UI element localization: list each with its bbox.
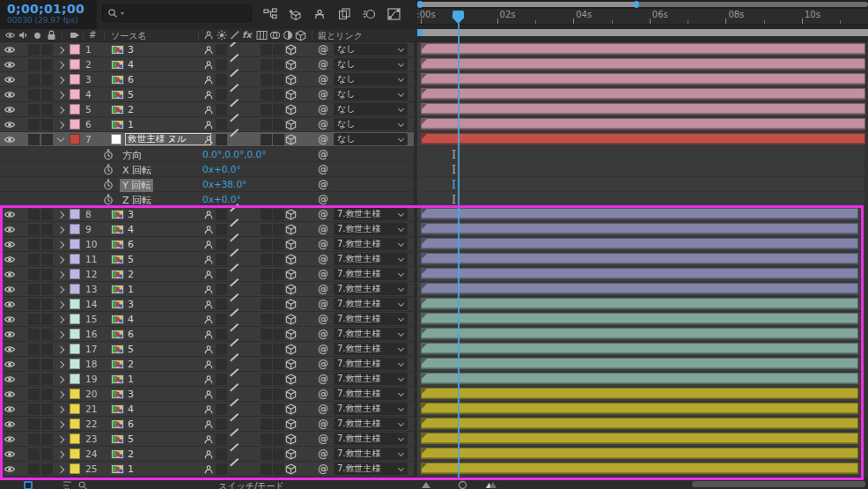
- parent-dropdown[interactable]: なし: [334, 73, 408, 85]
- audio-toggle[interactable]: [28, 433, 40, 445]
- motion-blur-toggle[interactable]: [273, 299, 284, 310]
- layer-row[interactable]: 4 5: [0, 87, 868, 102]
- frame-blend-toggle[interactable]: [261, 284, 272, 295]
- frame-blend-toggle[interactable]: [261, 448, 272, 460]
- expand-arrow-icon[interactable]: [56, 241, 65, 249]
- visibility-eye-icon[interactable]: [4, 210, 16, 219]
- parent-dropdown[interactable]: なし: [334, 43, 408, 56]
- parent-dropdown[interactable]: 7.救世主様: [334, 358, 408, 370]
- audio-toggle[interactable]: [28, 224, 40, 235]
- frame-blend-toggle[interactable]: [261, 433, 272, 445]
- timeline-layer-bar[interactable]: [421, 388, 858, 399]
- layer-name[interactable]: 6: [128, 74, 134, 85]
- expand-transfer-controls-icon[interactable]: [77, 480, 89, 489]
- shy-icon[interactable]: [202, 314, 214, 325]
- frame-blend-toggle[interactable]: [261, 404, 272, 415]
- 3d-layer-icon[interactable]: [285, 404, 297, 415]
- timeline-layer-bar[interactable]: [421, 268, 858, 279]
- visibility-eye-icon[interactable]: [4, 315, 16, 324]
- visibility-eye-icon[interactable]: [4, 389, 16, 399]
- audio-toggle[interactable]: [28, 389, 40, 400]
- label-color-chip[interactable]: [70, 374, 80, 384]
- visibility-eye-icon[interactable]: [4, 345, 16, 354]
- solo-toggle[interactable]: [41, 463, 53, 475]
- audio-toggle[interactable]: [28, 59, 40, 70]
- keyframe-marker[interactable]: I: [452, 163, 456, 176]
- parent-dropdown[interactable]: なし: [334, 133, 408, 145]
- parent-pickwhip-icon[interactable]: @: [318, 268, 328, 280]
- solo-toggle[interactable]: [41, 224, 53, 235]
- motion-blur-toggle[interactable]: [273, 448, 284, 460]
- solo-toggle[interactable]: [41, 419, 53, 430]
- label-color-chip[interactable]: [70, 224, 80, 234]
- solo-toggle[interactable]: [41, 134, 53, 145]
- parent-pickwhip-icon[interactable]: @: [318, 253, 328, 265]
- parent-dropdown[interactable]: 7.救世主様: [334, 403, 408, 415]
- solo-toggle[interactable]: [41, 89, 53, 100]
- motion-blur-toggle[interactable]: [273, 74, 284, 85]
- property-row[interactable]: Z 回転 0x+0.0° @ I: [0, 192, 868, 207]
- solo-toggle[interactable]: [41, 404, 53, 415]
- shy-icon[interactable]: [202, 74, 214, 85]
- label-color-chip[interactable]: [70, 59, 80, 70]
- search-box[interactable]: [102, 4, 252, 22]
- navigator-start-handle[interactable]: [417, 1, 423, 8]
- label-color-chip[interactable]: [70, 404, 80, 414]
- property-pickwhip-icon[interactable]: @: [318, 148, 328, 160]
- expand-arrow-icon[interactable]: [56, 226, 65, 234]
- timeline-layer-bar[interactable]: [421, 133, 865, 144]
- solo-toggle[interactable]: [41, 314, 53, 325]
- 3d-layer-icon[interactable]: [285, 74, 297, 85]
- 3d-layer-icon[interactable]: [285, 59, 297, 70]
- stopwatch-icon[interactable]: [103, 164, 114, 175]
- layer-name[interactable]: 1: [128, 374, 134, 385]
- frame-blend-toggle[interactable]: [261, 419, 272, 430]
- keyframe-marker[interactable]: I: [452, 148, 456, 161]
- visibility-eye-icon[interactable]: [4, 45, 16, 55]
- shy-icon[interactable]: [202, 254, 214, 265]
- visibility-eye-icon[interactable]: [4, 255, 16, 264]
- layer-name[interactable]: 3: [128, 389, 134, 400]
- motion-blur-toggle[interactable]: [273, 59, 284, 70]
- layer-row[interactable]: 21 4: [0, 402, 868, 417]
- layer-name[interactable]: 1: [128, 463, 134, 475]
- collapse-transformations-toggle[interactable]: [216, 463, 227, 475]
- 3d-layer-icon[interactable]: [285, 359, 297, 370]
- layer-name[interactable]: 4: [128, 314, 134, 325]
- collapse-transformations-toggle[interactable]: [216, 59, 227, 70]
- visibility-eye-icon[interactable]: [4, 359, 16, 369]
- audio-toggle[interactable]: [28, 89, 40, 100]
- solo-toggle[interactable]: [41, 299, 53, 310]
- solo-toggle[interactable]: [41, 374, 53, 385]
- collapse-transformations-toggle[interactable]: [216, 389, 227, 400]
- motion-blur-toggle[interactable]: [273, 359, 284, 370]
- expand-arrow-icon[interactable]: [56, 420, 65, 429]
- parent-dropdown[interactable]: 7.救世主様: [334, 343, 408, 355]
- layer-name[interactable]: 2: [128, 359, 134, 370]
- 3d-layer-icon[interactable]: [285, 463, 297, 475]
- horizontal-scrollbar-thumb[interactable]: [692, 481, 865, 487]
- solo-toggle[interactable]: [41, 239, 53, 250]
- motion-blur-toggle[interactable]: [273, 104, 284, 115]
- audio-toggle[interactable]: [28, 359, 40, 370]
- 3d-layer-icon[interactable]: [285, 299, 297, 310]
- label-color-chip[interactable]: [70, 119, 80, 130]
- property-name[interactable]: Y 回転: [120, 179, 153, 192]
- timeline-layer-bar[interactable]: [421, 463, 858, 474]
- expand-arrow-icon[interactable]: [56, 450, 65, 459]
- expand-arrow-icon[interactable]: [56, 390, 65, 399]
- motion-blur-toggle[interactable]: [273, 404, 284, 415]
- property-pickwhip-icon[interactable]: @: [318, 193, 328, 205]
- 3d-layer-icon[interactable]: [285, 344, 297, 355]
- parent-dropdown[interactable]: 7.救世主様: [334, 268, 408, 280]
- expand-arrow-icon[interactable]: [56, 106, 65, 115]
- label-color-chip[interactable]: [70, 44, 80, 55]
- 3d-layer-icon[interactable]: [285, 419, 297, 430]
- audio-toggle[interactable]: [28, 104, 40, 115]
- label-color-chip[interactable]: [70, 299, 80, 309]
- parent-dropdown[interactable]: 7.救世主様: [334, 463, 408, 475]
- audio-toggle[interactable]: [28, 448, 40, 460]
- property-row[interactable]: Y 回転 0x+38.0° @ I: [0, 177, 868, 192]
- shy-icon[interactable]: [202, 448, 214, 460]
- collapse-transformations-toggle[interactable]: [216, 224, 227, 235]
